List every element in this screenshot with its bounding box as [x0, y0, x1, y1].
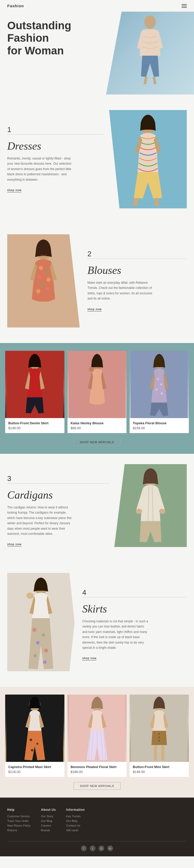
hero-text: Outstanding Fashion for Woman [7, 20, 90, 57]
product-1-price: $148.00 [8, 426, 61, 430]
product-3-price: $158.00 [133, 426, 186, 430]
blouses-image [7, 234, 80, 328]
footer-col3-links: Key Trends Our Blog Contact Us Gift card… [66, 815, 85, 832]
product-2-name: Kalas Henley Blouse [71, 421, 124, 425]
skirt-model-image [7, 573, 74, 671]
footer-link-our-blog[interactable]: Our Blog [41, 819, 56, 823]
skirts-text: 4 Skirts Choosing materials is not that … [82, 573, 187, 660]
footer-col1-links: Customer Service Track Your Order New Re… [7, 815, 31, 832]
skirt-1-name: Capistra Printed Maxi Skirt [8, 765, 61, 769]
svg-point-8 [46, 270, 49, 273]
footer-col2-heading: About Us [41, 808, 56, 812]
section3-desc: The cardigan returns: How to wear it wit… [7, 505, 74, 536]
svg-point-53 [159, 737, 160, 738]
footer-link-brands[interactable]: Brands [41, 829, 56, 832]
svg-point-24 [161, 393, 163, 395]
section3-number: 3 [7, 474, 109, 483]
skirts-shop-now[interactable]: shop now [82, 656, 96, 660]
footer-col-about: About Us Our Story Our Blog Careers Bran… [41, 808, 56, 833]
skirts-product-grid: Capistra Printed Maxi Skirt $118.00 [5, 694, 189, 777]
product-card-3[interactable]: Topeka Floral Blouse $158.00 [130, 351, 189, 433]
section4-number: 4 [82, 588, 187, 597]
skirt-1-price: $118.00 [8, 770, 61, 774]
social-facebook[interactable]: f [81, 845, 87, 851]
svg-point-23 [156, 388, 158, 391]
svg-point-35 [44, 649, 48, 653]
dress-model-image [109, 110, 187, 208]
svg-point-32 [32, 628, 36, 632]
dresses-shop-now[interactable]: shop now [7, 188, 22, 192]
section1-title: Dresses [7, 140, 104, 152]
skirt-card-2-body: Benmore Pleated Floral Skirt $188.00 [67, 762, 127, 777]
svg-point-21 [157, 378, 159, 380]
section1-number: 1 [7, 126, 104, 134]
logo: Fashion [7, 4, 24, 8]
svg-line-1 [145, 77, 146, 84]
svg-point-41 [36, 743, 38, 745]
footer-link-contact[interactable]: Contact Us [66, 824, 85, 827]
skirt-3-price: $148.00 [133, 770, 186, 774]
cardigans-text: 3 Cardigans The cardigan returns: How to… [7, 464, 109, 547]
svg-point-33 [42, 633, 45, 637]
footer-link-key-trends[interactable]: Key Trends [66, 815, 85, 818]
product-1-name: Button-Front Denim Skirt [8, 421, 61, 425]
social-linkedin[interactable]: in [107, 845, 113, 851]
blouses-text: 2 Blouses Make style an everyday affair,… [88, 234, 187, 311]
svg-point-0 [144, 15, 156, 29]
skirt-card-2[interactable]: Benmore Pleated Floral Skirt $188.00 [67, 694, 127, 777]
footer-col2-links: Our Story Our Blog Careers Brands [41, 815, 56, 832]
product-card-1[interactable]: Button-Front Denim Skirt $148.00 [5, 351, 64, 433]
footer-social: f t G in [7, 841, 187, 851]
svg-line-2 [154, 77, 155, 84]
svg-point-54 [159, 740, 160, 741]
footer-link-gift-cards[interactable]: Gift cards [66, 829, 85, 832]
product-3-name: Topeka Floral Blouse [133, 421, 186, 425]
footer-col-info: Information Key Trends Our Blog Contact … [66, 808, 85, 833]
dresses-section: 1 Dresses Romantic, trendy, casual or li… [0, 100, 194, 224]
skirts-section: 4 Skirts Choosing materials is not that … [0, 562, 194, 687]
svg-point-10 [46, 278, 51, 282]
view-new-arrivals-skirts[interactable]: SHOP NEW ARRIVALS [73, 782, 121, 790]
footer-link-customer-service[interactable]: Customer Service [7, 815, 31, 818]
skirt-card-1[interactable]: Capistra Printed Maxi Skirt $118.00 [5, 694, 64, 777]
section2-desc: Make style an everyday affair, with Reli… [88, 280, 155, 301]
cardigan-model-image [114, 464, 187, 547]
footer-link-careers[interactable]: Careers [41, 824, 56, 827]
section1-desc: Romantic, trendy, casual or lightly fitt… [7, 156, 74, 182]
blouses-product-grid-section: Button-Front Denim Skirt $148.00 [0, 343, 194, 454]
product-card-3-image [130, 351, 189, 418]
footer-link-our-story[interactable]: Our Story [41, 815, 56, 818]
section4-divider [82, 597, 187, 597]
cardigans-image [114, 464, 187, 547]
view-new-arrivals-blouses[interactable]: SHOP NEW ARRIVALS [73, 438, 121, 446]
social-twitter[interactable]: t [90, 845, 95, 851]
footer-link-returns-policy[interactable]: New Return Policy [7, 824, 31, 827]
product-card-2-body: Kalas Henley Blouse $88.00 [67, 418, 127, 433]
cardigans-shop-now[interactable]: shop now [7, 542, 22, 547]
skirt-card-3-image [130, 694, 189, 762]
svg-point-34 [36, 641, 40, 645]
svg-point-28 [159, 509, 165, 514]
skirt-card-2-image [67, 694, 127, 762]
svg-point-36 [34, 654, 37, 657]
svg-point-11 [41, 283, 44, 286]
svg-point-37 [43, 660, 46, 664]
skirt-2-price: $188.00 [71, 770, 124, 774]
footer-link-track-order[interactable]: Track Your Order [7, 819, 31, 823]
section4-title: Skirts [82, 603, 187, 615]
footer-link-returns[interactable]: Returns [7, 829, 31, 832]
blouse-model-image [7, 234, 80, 328]
svg-point-18 [89, 367, 94, 372]
blouses-shop-now[interactable]: shop now [88, 308, 102, 311]
section2-title: Blouses [88, 264, 187, 277]
footer-columns: Help Customer Service Track Your Order N… [7, 808, 187, 833]
section3-divider [7, 483, 109, 484]
footer-col3-heading: Information [66, 808, 85, 812]
menu-button[interactable] [182, 4, 187, 8]
product-card-2[interactable]: Kalas Henley Blouse $88.00 [67, 351, 127, 433]
footer-link-blog[interactable]: Our Blog [66, 819, 85, 823]
hero-title: Outstanding Fashion for Woman [7, 20, 90, 57]
social-google-plus[interactable]: G [99, 845, 104, 851]
skirt-card-3[interactable]: Button-Front Mini Skirt $148.00 [130, 694, 189, 777]
cardigans-section: 3 Cardigans The cardigan returns: How to… [0, 454, 194, 562]
